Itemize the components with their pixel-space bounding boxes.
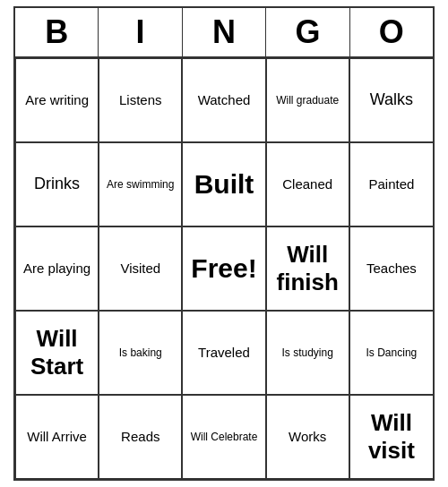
bingo-cell-14[interactable]: Teaches: [349, 226, 433, 311]
bingo-cell-0[interactable]: Are writing: [15, 58, 99, 142]
bingo-cell-16[interactable]: Is baking: [99, 311, 182, 395]
bingo-card: B I N G O Are writingListensWatchedWill …: [13, 6, 435, 481]
bingo-cell-10[interactable]: Are playing: [15, 226, 99, 311]
bingo-cell-12[interactable]: Free!: [182, 226, 265, 311]
bingo-cell-8[interactable]: Cleaned: [266, 142, 349, 226]
bingo-cell-1[interactable]: Listens: [99, 58, 182, 142]
bingo-cell-24[interactable]: Will visit: [349, 395, 433, 479]
bingo-cell-9[interactable]: Painted: [349, 142, 433, 226]
bingo-cell-7[interactable]: Built: [182, 142, 265, 226]
bingo-cell-18[interactable]: Is studying: [266, 311, 349, 395]
bingo-cell-11[interactable]: Visited: [99, 226, 182, 311]
bingo-cell-20[interactable]: Will Arrive: [15, 395, 99, 479]
header-b: B: [15, 8, 99, 56]
bingo-grid: Are writingListensWatchedWill graduateWa…: [15, 58, 433, 479]
bingo-cell-3[interactable]: Will graduate: [266, 58, 349, 142]
bingo-cell-4[interactable]: Walks: [349, 58, 433, 142]
bingo-cell-2[interactable]: Watched: [182, 58, 265, 142]
bingo-cell-23[interactable]: Works: [266, 395, 349, 479]
bingo-header: B I N G O: [15, 8, 433, 58]
bingo-cell-15[interactable]: Will Start: [15, 311, 99, 395]
header-o: O: [350, 8, 433, 56]
bingo-cell-19[interactable]: Is Dancing: [349, 311, 433, 395]
header-n: N: [183, 8, 266, 56]
bingo-cell-13[interactable]: Will finish: [266, 226, 349, 311]
header-g: G: [266, 8, 349, 56]
bingo-cell-5[interactable]: Drinks: [15, 142, 99, 226]
header-i: I: [99, 8, 182, 56]
bingo-cell-22[interactable]: Will Celebrate: [182, 395, 265, 479]
bingo-cell-6[interactable]: Are swimming: [99, 142, 182, 226]
bingo-cell-17[interactable]: Traveled: [182, 311, 265, 395]
bingo-cell-21[interactable]: Reads: [99, 395, 182, 479]
